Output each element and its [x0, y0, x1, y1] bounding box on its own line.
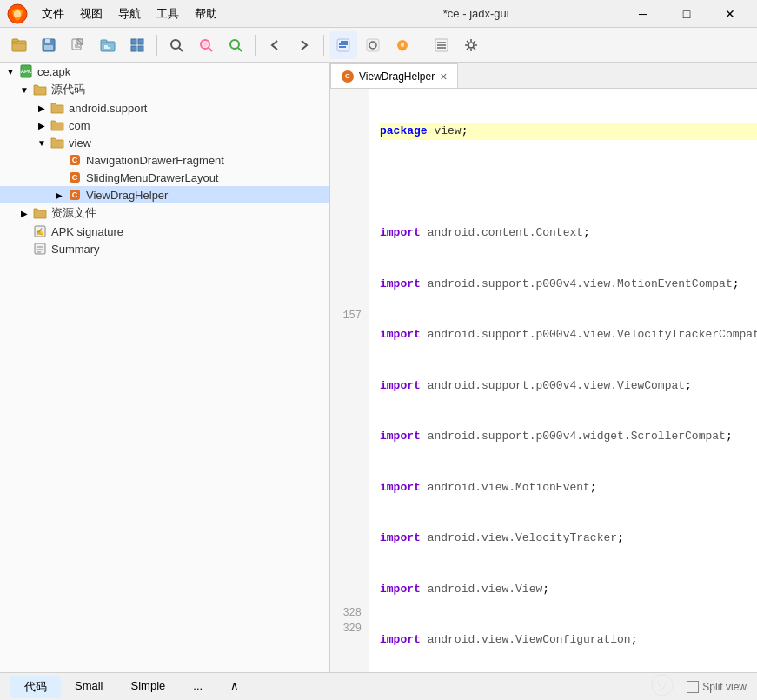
- tree-item-view-drag[interactable]: ▶ C ViewDragHelper: [0, 186, 329, 203]
- menu-tools[interactable]: 工具: [149, 3, 186, 25]
- window-controls: ─ □ ✕: [623, 0, 750, 28]
- tab-file-icon: C: [342, 70, 354, 83]
- export-button[interactable]: [64, 31, 92, 59]
- svg-line-20: [238, 48, 242, 51]
- menu-nav[interactable]: 导航: [111, 3, 148, 25]
- tree-label-view: view: [69, 137, 91, 150]
- watermark: [645, 672, 680, 700]
- tree-label-resources: 资源文件: [51, 205, 96, 221]
- tab-more[interactable]: ...: [179, 676, 216, 698]
- menu-file[interactable]: 文件: [35, 3, 71, 25]
- close-button[interactable]: ✕: [710, 0, 750, 28]
- folder2-button[interactable]: [94, 31, 122, 59]
- tree-item-android-support[interactable]: ▶ android.support: [0, 99, 329, 117]
- svg-rect-11: [138, 39, 143, 44]
- tab-smali[interactable]: Smali: [61, 676, 117, 698]
- separator-1: [156, 35, 157, 56]
- svg-point-42: [652, 675, 673, 696]
- svg-rect-5: [45, 39, 50, 43]
- bottom-right: Split view: [645, 672, 747, 700]
- icon-ce-apk: APK: [17, 64, 35, 78]
- search-highlight-button[interactable]: [192, 31, 220, 59]
- svg-point-14: [171, 40, 180, 49]
- tree-label-ce-apk: ce.apk: [37, 65, 70, 78]
- tree-item-view[interactable]: ▼ view: [0, 134, 329, 151]
- arrow-view-drag: ▶: [52, 190, 66, 200]
- svg-rect-24: [339, 46, 346, 48]
- tree-label-summary: Summary: [51, 243, 100, 256]
- separator-2: [255, 35, 256, 56]
- tree-item-resources[interactable]: ▶ 资源文件: [0, 203, 329, 223]
- back-button[interactable]: [261, 31, 289, 59]
- step-button[interactable]: [359, 31, 387, 59]
- run-button[interactable]: [329, 31, 357, 59]
- title-bar: 文件 视图 导航 工具 帮助 *ce - jadx-gui ─ □ ✕: [0, 0, 757, 28]
- toolbar: [0, 28, 757, 63]
- svg-point-33: [468, 43, 474, 48]
- tree-item-summary[interactable]: Summary: [0, 240, 329, 257]
- svg-rect-25: [367, 39, 379, 51]
- tab-filename: ViewDragHelper: [359, 70, 435, 83]
- line-numbers: 157: [330, 89, 369, 672]
- close-tab-button[interactable]: ×: [440, 70, 447, 83]
- split-view-toggle[interactable]: Split view: [687, 681, 747, 693]
- svg-point-28: [402, 48, 404, 50]
- arrow-view: ▼: [35, 138, 49, 148]
- svg-rect-3: [12, 39, 18, 42]
- search-replace-button[interactable]: [222, 31, 249, 59]
- split-view-checkbox[interactable]: [687, 681, 699, 693]
- code-text: package view; import android.content.Con…: [369, 89, 757, 672]
- tab-simple[interactable]: Simple: [117, 676, 180, 698]
- tree-label-android-support: android.support: [69, 102, 147, 115]
- icon-com: [49, 118, 66, 132]
- tab-up-arrow[interactable]: ∧: [216, 676, 253, 698]
- icon-android-support: [49, 101, 66, 115]
- svg-point-1: [14, 10, 21, 17]
- code-content: 157: [330, 89, 757, 672]
- tab-code[interactable]: 代码: [10, 676, 61, 698]
- open-folder-button[interactable]: [5, 31, 33, 59]
- tree-label-nav-drawer: NavigationDrawerFragment: [86, 154, 224, 167]
- file-tree: ▼ APK ce.apk ▼ 源代码 ▶ android.support ▶: [0, 63, 330, 672]
- code-area: C ViewDragHelper ×: [330, 63, 757, 672]
- tree-label-sliding-menu: SlidingMenuDrawerLayout: [86, 171, 218, 184]
- tree-item-source[interactable]: ▼ 源代码: [0, 80, 329, 99]
- minimize-button[interactable]: ─: [623, 0, 663, 28]
- svg-rect-23: [339, 43, 348, 45]
- tree-label-com: com: [69, 119, 90, 132]
- svg-line-17: [209, 48, 212, 51]
- save-button[interactable]: [35, 31, 63, 59]
- tree-item-apk-sig[interactable]: ✍ APK signature: [0, 223, 329, 240]
- tree-item-nav-drawer[interactable]: C NavigationDrawerFragment: [0, 151, 329, 169]
- tree-label-view-drag: ViewDragHelper: [86, 189, 168, 202]
- tree-label-apk-sig: APK signature: [51, 225, 123, 238]
- icon-nav-drawer: C: [66, 153, 83, 167]
- icon-sliding-menu: C: [66, 170, 83, 184]
- log-button[interactable]: [428, 31, 455, 59]
- tree-item-sliding-menu[interactable]: C SlidingMenuDrawerLayout: [0, 169, 329, 186]
- menu-bar: 文件 视图 导航 工具 帮助: [35, 3, 329, 25]
- arrow-source: ▼: [17, 85, 31, 95]
- svg-rect-9: [101, 40, 107, 43]
- settings-button[interactable]: [457, 31, 485, 59]
- grid-button[interactable]: [123, 31, 151, 59]
- tab-bar: C ViewDragHelper ×: [330, 63, 757, 89]
- forward-button[interactable]: [290, 31, 318, 59]
- menu-view[interactable]: 视图: [73, 3, 110, 25]
- svg-rect-10: [131, 39, 136, 44]
- maximize-button[interactable]: □: [667, 0, 707, 28]
- tree-item-com[interactable]: ▶ com: [0, 117, 329, 134]
- debug-button[interactable]: [388, 31, 416, 59]
- svg-line-15: [179, 48, 183, 51]
- bottom-bar: 代码 Smali Simple ... ∧ Split view: [0, 672, 757, 700]
- tree-label-source: 源代码: [51, 82, 85, 97]
- svg-rect-2: [12, 41, 26, 51]
- tree-item-ce-apk[interactable]: ▼ APK ce.apk: [0, 63, 329, 80]
- search-button[interactable]: [163, 31, 190, 59]
- code-tab[interactable]: C ViewDragHelper ×: [330, 63, 458, 88]
- window-title: *ce - jadx-gui: [329, 7, 624, 20]
- svg-rect-13: [138, 46, 143, 51]
- code-editor[interactable]: 157: [330, 89, 757, 672]
- menu-help[interactable]: 帮助: [188, 3, 224, 25]
- svg-rect-12: [131, 46, 136, 51]
